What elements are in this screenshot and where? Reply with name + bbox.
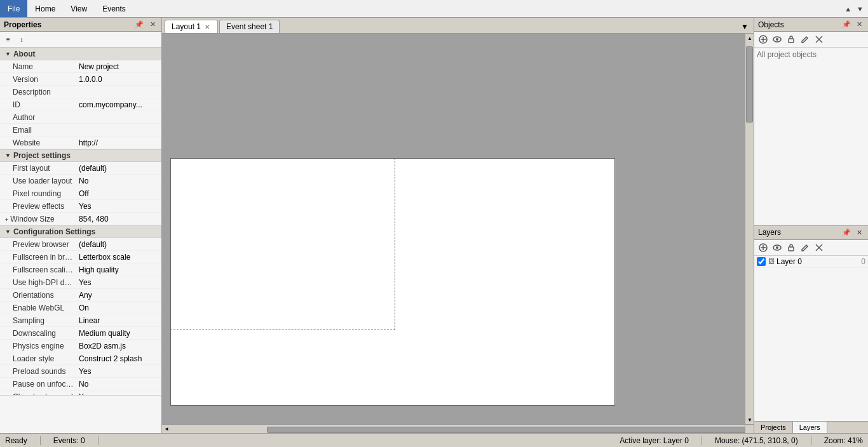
prop-email: Email: [0, 124, 161, 137]
prop-version-value[interactable]: 1.0.0.0: [76, 74, 161, 85]
prop-physics-engine: Physics engine Box2D asm.js: [0, 340, 161, 352]
objects-close-button[interactable]: ✕: [855, 20, 864, 29]
svg-rect-5: [789, 39, 794, 43]
prop-fullscreen-scaling-label: Fullscreen scaling: [0, 264, 76, 276]
properties-close-button[interactable]: ✕: [148, 20, 158, 29]
objects-all-label: All project objects: [757, 50, 817, 59]
prop-window-size-label: +Window Size: [0, 213, 76, 225]
tab-dropdown-button[interactable]: ▼: [738, 21, 751, 32]
layers-lock-button[interactable]: [785, 241, 797, 254]
prop-email-value[interactable]: [76, 129, 161, 131]
prop-enable-webgl: Enable WebGL On: [0, 302, 161, 314]
scroll-left-button[interactable]: ◄: [162, 425, 171, 434]
tab-layout1[interactable]: Layout 1 ✕: [165, 20, 218, 33]
properties-pin-button[interactable]: 📌: [133, 20, 146, 29]
prop-pause-on-unfocus-value[interactable]: No: [76, 378, 161, 390]
layer-count-label: 0: [861, 257, 865, 266]
objects-lock-button[interactable]: [785, 33, 797, 46]
bottom-tab-projects[interactable]: Projects: [754, 422, 793, 433]
section-about[interactable]: ▼ About: [0, 48, 161, 60]
layers-view-button[interactable]: [771, 241, 783, 254]
prop-enable-webgl-label: Enable WebGL: [0, 302, 76, 314]
canvas-viewport-indicator: [170, 158, 395, 330]
sort-category-button[interactable]: ↕: [16, 34, 27, 45]
scroll-thumb-vertical[interactable]: [746, 46, 753, 123]
prop-sampling-value[interactable]: Linear: [76, 315, 161, 326]
section-about-label: About: [13, 50, 36, 58]
window-restore-button[interactable]: ▼: [855, 4, 865, 13]
prop-pause-on-unfocus: Pause on unfocus No: [0, 378, 161, 390]
layers-panel-header: Layers 📌 ✕: [754, 226, 868, 240]
objects-delete-button[interactable]: [813, 33, 825, 46]
prop-name-label: Name: [0, 61, 76, 72]
prop-fullscreen-bro-value[interactable]: Letterbox scale: [76, 251, 161, 263]
prop-downscaling-label: Downscaling: [0, 328, 76, 339]
objects-add-button[interactable]: [757, 33, 770, 46]
layers-edit-button[interactable]: [799, 241, 811, 254]
properties-extra-area: [0, 395, 161, 433]
tab-layout1-close[interactable]: ✕: [203, 23, 211, 30]
layers-toolbar: [754, 240, 868, 256]
section-project-settings[interactable]: ▼ Project settings: [0, 149, 161, 162]
scroll-up-button[interactable]: ▲: [745, 34, 754, 43]
prop-use-loader-layout-value[interactable]: No: [76, 175, 161, 187]
prop-first-layout: First layout (default): [0, 162, 161, 175]
objects-edit-button[interactable]: [799, 33, 811, 46]
window-minimize-button[interactable]: ▲: [843, 4, 853, 13]
layer-row-0[interactable]: 🖼 Layer 0 0: [754, 256, 868, 268]
layers-delete-button[interactable]: [813, 241, 825, 254]
layers-add-button[interactable]: [757, 241, 770, 254]
center-area: Layout 1 ✕ Event sheet 1 ▼ ▲ ▼: [162, 18, 754, 433]
prop-id-value[interactable]: com.mycompany...: [76, 99, 161, 110]
prop-preview-effects-value[interactable]: Yes: [76, 201, 161, 212]
prop-first-layout-value[interactable]: (default): [76, 163, 161, 174]
prop-enable-webgl-value[interactable]: On: [76, 302, 161, 314]
prop-downscaling-value[interactable]: Medium quality: [76, 328, 161, 339]
layout-canvas[interactable]: [162, 34, 745, 424]
prop-window-size-value[interactable]: 854, 480: [76, 213, 161, 225]
prop-preload-sounds-value[interactable]: Yes: [76, 366, 161, 377]
layers-pin-button[interactable]: 📌: [840, 228, 853, 237]
scrollbar-vertical[interactable]: ▲ ▼: [745, 34, 754, 424]
scrollbar-horizontal[interactable]: ◄ ►: [162, 424, 745, 433]
menu-home[interactable]: Home: [27, 0, 63, 17]
collapse-project-icon: ▼: [5, 152, 11, 159]
prop-loader-style-value[interactable]: Construct 2 splash: [76, 353, 161, 364]
prop-high-dpi-value[interactable]: Yes: [76, 277, 161, 288]
prop-preview-browser-value[interactable]: (default): [76, 239, 161, 250]
scroll-thumb-horizontal[interactable]: [267, 427, 754, 433]
prop-high-dpi-label: Use high-DPI dis...: [0, 277, 76, 288]
layers-panel: Layers 📌 ✕: [754, 226, 868, 434]
expand-window-size-icon: +: [5, 217, 8, 223]
objects-view-button[interactable]: [771, 33, 783, 46]
bottom-tab-layers[interactable]: Layers: [793, 422, 827, 433]
objects-panel: Objects 📌 ✕: [754, 18, 868, 226]
prop-name-value[interactable]: New project: [76, 61, 161, 72]
objects-pin-button[interactable]: 📌: [840, 20, 853, 29]
properties-controls: 📌 ✕: [133, 20, 158, 29]
menu-view[interactable]: View: [63, 0, 95, 17]
layer-visibility-checkbox[interactable]: [757, 257, 766, 266]
menu-events[interactable]: Events: [95, 0, 133, 17]
prop-orientations-value[interactable]: Any: [76, 290, 161, 301]
menu-file[interactable]: File: [0, 0, 27, 17]
prop-physics-engine-value[interactable]: Box2D asm.js: [76, 340, 161, 352]
objects-toolbar: [754, 32, 868, 48]
status-divider-3: [702, 436, 702, 445]
statusbar: Ready Events: 0 Active layer: Layer 0 Mo…: [0, 433, 868, 447]
properties-toolbar: ≡ ↕: [0, 32, 161, 48]
prop-physics-engine-label: Physics engine: [0, 340, 76, 352]
scroll-down-button[interactable]: ▼: [745, 415, 754, 424]
section-configuration[interactable]: ▼ Configuration Settings: [0, 225, 161, 238]
tab-eventsheet1[interactable]: Event sheet 1: [219, 20, 280, 33]
prop-pixel-rounding-value[interactable]: Off: [76, 188, 161, 199]
prop-author-value[interactable]: [76, 116, 161, 119]
layers-close-button[interactable]: ✕: [855, 228, 864, 237]
prop-fullscreen-scaling-value[interactable]: High quality: [76, 264, 161, 276]
objects-panel-header: Objects 📌 ✕: [754, 18, 868, 32]
sort-alpha-button[interactable]: ≡: [3, 34, 14, 45]
prop-use-loader-layout: Use loader layout No: [0, 175, 161, 187]
prop-website-value[interactable]: http://: [76, 137, 161, 149]
prop-description-value[interactable]: [76, 91, 161, 93]
prop-fullscreen-bro-label: Fullscreen in bro...: [0, 251, 76, 263]
